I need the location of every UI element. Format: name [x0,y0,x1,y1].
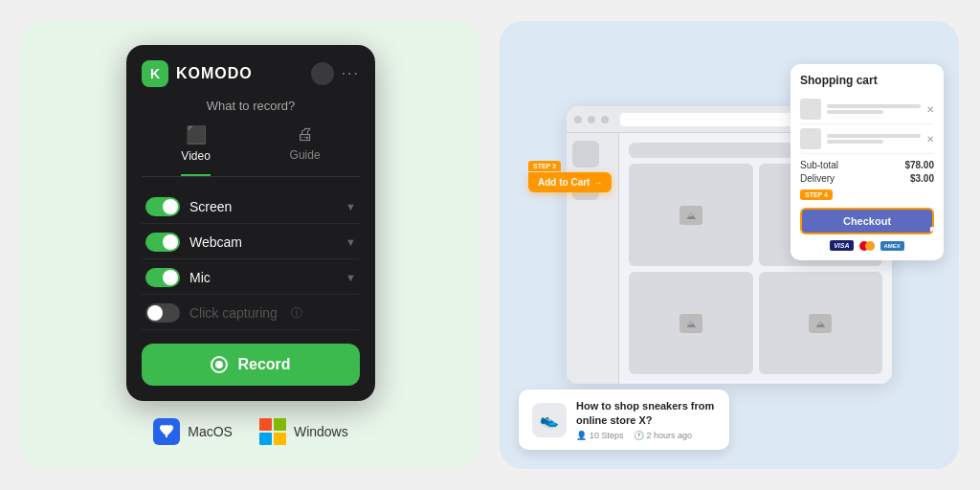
cart-item-lines-1 [827,104,921,114]
checkout-label: Checkout [843,215,891,227]
visa-icon: VISA [830,240,853,251]
webcam-chevron-icon: ▼ [345,236,356,248]
cart-arrow-icon: → [593,178,602,188]
macos-label: MacOS [188,424,233,439]
webcam-option: Webcam ▼ [142,226,360,259]
img-placeholder-4 [809,314,832,333]
cart-line-1b [827,110,883,114]
checkout-button[interactable]: Checkout ↖ [800,208,934,234]
tab-bar: ⬛ Video 🖨 Guide [142,124,360,177]
windows-platform[interactable]: Windows [259,418,348,445]
browser-dot-3 [601,116,609,123]
content-card-1 [629,164,753,266]
steps-icon: 👤 [576,431,587,440]
left-panel: K KOMODO ··· What to record? ⬛ Video 🖨 [21,21,480,469]
cart-panel: Shopping cart ✕ ✕ [791,64,944,260]
browser-dot-2 [588,116,595,123]
mic-toggle[interactable] [145,268,180,287]
click-capturing-option: Click capturing ⓘ [142,297,360,330]
add-to-cart-label: Add to Cart [538,177,590,188]
cart-item-1: ✕ [800,95,934,124]
delivery-value: $3.00 [910,173,934,184]
record-circle-icon [211,356,228,373]
app-header: K KOMODO ··· [142,60,360,87]
header-right: ··· [311,62,360,85]
main-container: K KOMODO ··· What to record? ⬛ Video 🖨 [21,21,959,469]
logo-icon: K [142,60,168,87]
amex-icon: AMEX [880,241,904,251]
steps-meta: 👤 10 Steps [576,431,624,440]
webcam-toggle[interactable] [145,233,180,252]
step4-label: STEP 4 [800,189,833,200]
record-dot-icon [215,361,223,368]
time-meta: 🕐 2 hours ago [634,431,693,440]
content-card-4 [759,272,883,374]
step3-label: STEP 3 [528,161,561,171]
payment-icons: VISA AMEX [800,240,934,251]
cart-close-2[interactable]: ✕ [926,134,934,145]
cart-line-1a [827,104,921,108]
guide-meta: 👤 10 Steps 🕐 2 hours ago [576,431,716,440]
windows-icon [259,418,286,445]
screen-chevron-icon: ▼ [345,201,356,212]
platform-row: MacOS Windows [153,418,347,445]
screen-option-left: Screen [145,197,232,216]
click-label: Click capturing [189,305,278,321]
cart-close-1[interactable]: ✕ [926,104,934,115]
step3-bubble: STEP 3 Add to Cart → [528,155,612,192]
time-value: 2 hours ago [647,431,693,440]
guide-thumbnail: 👟 [532,403,567,437]
browser-dot-1 [574,116,582,123]
content-card-3 [629,272,753,374]
webcam-option-left: Webcam [145,233,242,252]
delivery-row: Delivery $3.00 [800,173,934,184]
options-list: Screen ▼ Webcam ▼ Mic [142,190,360,330]
macos-icon [153,418,180,445]
subtotal-value: $78.00 [904,160,934,170]
macos-platform[interactable]: MacOS [153,418,233,445]
add-to-cart-button[interactable]: Add to Cart → [528,172,612,192]
cart-totals: Sub-total $78.00 Delivery $3.00 [800,160,934,184]
mic-option: Mic ▼ [142,261,360,295]
menu-dots[interactable]: ··· [342,65,360,82]
record-label: Record [237,356,290,373]
webcam-label: Webcam [189,234,242,250]
img-placeholder-3 [679,314,702,333]
cart-item-img-1 [800,99,821,120]
subtotal-label: Sub-total [800,160,838,170]
right-panel: STEP 3 Add to Cart → Shopping cart ✕ [500,21,959,469]
windows-label: Windows [294,424,348,439]
cart-item-lines-2 [827,134,921,144]
guide-title: How to shop sneakers from online store X… [576,399,716,427]
screen-toggle[interactable] [145,197,180,216]
screen-option: Screen ▼ [142,190,360,224]
steps-value: 10 Steps [590,431,624,440]
app-logo: K KOMODO [142,60,253,87]
subtotal-row: Sub-total $78.00 [800,160,934,170]
mic-option-left: Mic [145,268,211,287]
guide-thumb-icon: 👟 [540,411,559,429]
mic-label: Mic [189,270,211,285]
tab-guide[interactable]: 🖨 Guide [290,124,321,168]
cart-line-2b [827,140,883,144]
help-icon: ⓘ [291,305,302,322]
tab-video-label: Video [181,149,210,163]
screen-label: Screen [189,199,232,214]
app-name: KOMODO [176,65,253,82]
tab-guide-label: Guide [290,148,321,162]
delivery-label: Delivery [800,173,835,184]
record-button[interactable]: Record [142,344,360,386]
what-to-record-label: What to record? [142,99,360,113]
mic-chevron-icon: ▼ [345,272,356,283]
video-icon: ⬛ [186,124,207,145]
status-circle [311,62,334,85]
guide-info: How to shop sneakers from online store X… [576,399,716,440]
click-option-left: Click capturing ⓘ [145,303,302,323]
click-toggle[interactable] [145,303,180,323]
guide-icon: 🖨 [297,124,314,145]
cart-title: Shopping cart [800,74,934,87]
guide-card: 👟 How to shop sneakers from online store… [519,390,729,450]
tab-video[interactable]: ⬛ Video [181,124,210,168]
cursor-icon: ↖ [928,223,940,238]
mastercard-icon [859,241,875,251]
